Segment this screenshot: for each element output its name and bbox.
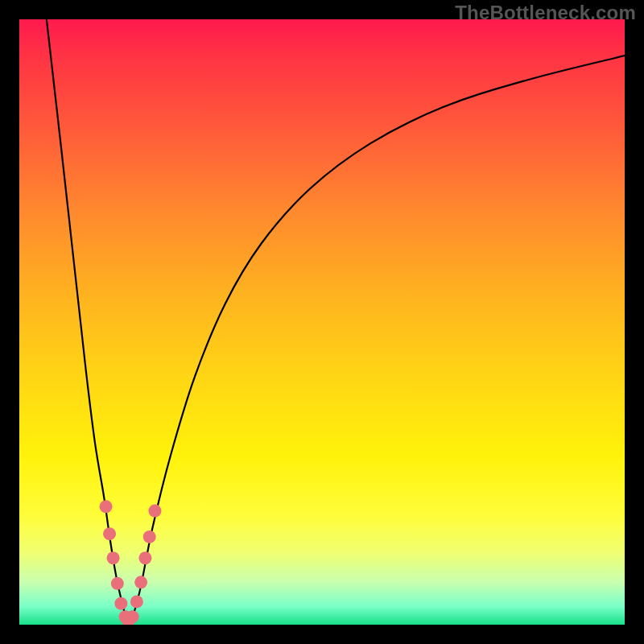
watermark-text: TheBottleneck.com bbox=[455, 2, 636, 24]
chart-frame: TheBottleneck.com bbox=[0, 0, 644, 644]
highlight-dot bbox=[103, 527, 116, 540]
highlight-dot bbox=[138, 551, 151, 564]
chart-plot-area bbox=[19, 19, 625, 625]
highlight-dot bbox=[130, 595, 143, 608]
curve-right-branch bbox=[131, 56, 625, 621]
chart-svg bbox=[19, 19, 625, 625]
highlight-dots bbox=[100, 500, 162, 625]
highlight-dot bbox=[134, 576, 147, 588]
highlight-dot bbox=[107, 551, 120, 564]
highlight-dot bbox=[148, 505, 161, 518]
highlight-dot bbox=[114, 597, 127, 610]
highlight-dot bbox=[126, 610, 139, 623]
highlight-dot bbox=[111, 577, 124, 590]
highlight-dot bbox=[143, 530, 156, 543]
highlight-dot bbox=[100, 500, 113, 513]
